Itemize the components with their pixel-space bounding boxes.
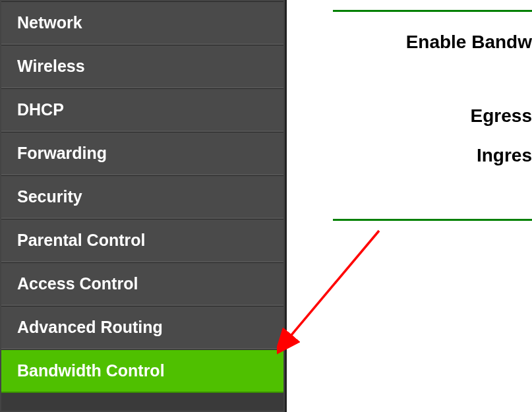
sidebar-item-network[interactable]: Network [1, 1, 283, 45]
sidebar-item-label: Access Control [17, 274, 138, 293]
sidebar-item-wireless[interactable]: Wireless [1, 45, 283, 88]
sidebar: Network Wireless DHCP Forwarding Securit… [0, 0, 285, 412]
sidebar-item-label: Wireless [17, 57, 85, 75]
sidebar-item-dhcp[interactable]: DHCP [1, 88, 283, 132]
enable-bandwidth-label: Enable Bandw [320, 32, 532, 53]
sidebar-item-access-control[interactable]: Access Control [1, 262, 283, 306]
app-container: Network Wireless DHCP Forwarding Securit… [0, 0, 532, 412]
divider-line [333, 219, 532, 221]
sidebar-item-label: Security [17, 187, 82, 206]
sidebar-item-security[interactable]: Security [1, 175, 283, 219]
sidebar-item-bandwidth-control[interactable]: Bandwidth Control [1, 349, 283, 393]
sidebar-item-label: DHCP [17, 100, 64, 119]
ingress-label: Ingres [320, 145, 532, 166]
sidebar-item-label: Bandwidth Control [17, 361, 165, 380]
sidebar-spacer [1, 393, 283, 411]
sidebar-item-label: Parental Control [17, 231, 145, 249]
sidebar-item-label: Advanced Routing [17, 318, 163, 336]
sidebar-item-parental-control[interactable]: Parental Control [1, 219, 283, 262]
sidebar-item-label: Forwarding [17, 144, 107, 162]
sidebar-item-label: Network [17, 13, 82, 32]
content-area: Enable Bandw Egress Ingres [285, 0, 532, 412]
sidebar-item-advanced-routing[interactable]: Advanced Routing [1, 306, 283, 349]
sidebar-item-forwarding[interactable]: Forwarding [1, 132, 283, 175]
divider-line [333, 10, 532, 12]
egress-label: Egress [320, 105, 532, 127]
